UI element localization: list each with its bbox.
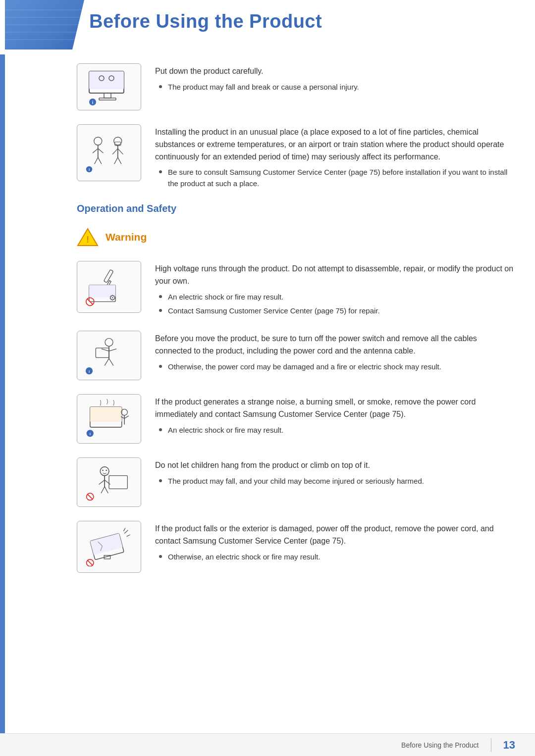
bullet-text-move-0: Otherwise, the power cord may be damaged… (168, 361, 441, 373)
page-container: Before Using the Product i (0, 0, 535, 756)
svg-line-24 (114, 157, 118, 163)
bullet-text-voltage-1: Contact Samsung Customer Service Center … (168, 305, 380, 317)
warning-strange-noise: i If the product generates a strange noi… (77, 394, 515, 444)
svg-line-18 (98, 157, 102, 163)
svg-line-25 (118, 157, 121, 163)
left-accent-bar (0, 0, 5, 756)
svg-line-23 (118, 149, 123, 154)
footer-section-label: Before Using the Product (401, 741, 479, 749)
text-block-put-down: Put down the product carefully. The prod… (155, 63, 515, 93)
icon-unusual-place: i (77, 124, 141, 181)
text-block-strange-noise: If the product generates a strange noise… (155, 394, 515, 436)
icon-product-falls (77, 521, 141, 573)
icon-high-voltage: ⚙ (77, 261, 141, 313)
warning-children-hang: Do not let children hang from the produc… (77, 457, 515, 507)
bullet-move-0: Otherwise, the power cord may be damaged… (155, 361, 515, 373)
bullet-dot (159, 85, 162, 88)
bullet-voltage-0: An electric shock or fire may result. (155, 292, 515, 303)
svg-text:⚙: ⚙ (109, 294, 116, 302)
svg-text:i: i (90, 432, 91, 436)
bullet-dot (159, 428, 162, 431)
bullet-dot (159, 295, 162, 298)
svg-line-61 (105, 487, 108, 493)
svg-rect-47 (90, 407, 122, 422)
main-text-strange-noise: If the product generates a strange noise… (155, 396, 515, 421)
main-text-put-down: Put down the product carefully. (155, 65, 515, 78)
svg-line-73 (123, 528, 125, 531)
svg-line-40 (109, 349, 116, 351)
text-block-children-hang: Do not let children hang from the produc… (155, 457, 515, 487)
footer-page-number: 13 (503, 739, 515, 752)
header-area: Before Using the Product (0, 0, 535, 54)
main-text-high-voltage: High voltage runs through the product. D… (155, 263, 515, 288)
svg-line-22 (112, 149, 118, 154)
bullet-text-noise-0: An electric shock or fire may result. (168, 425, 283, 436)
svg-line-64 (87, 494, 93, 500)
text-block-product-falls: If the product falls or the exterior is … (155, 521, 515, 562)
svg-rect-6 (89, 71, 124, 89)
svg-point-37 (105, 338, 113, 346)
bullet-put-down-0: The product may fall and break or cause … (155, 82, 515, 93)
warning-move-product: i Before you move the product, be sure t… (77, 331, 515, 380)
svg-rect-10 (99, 98, 116, 100)
svg-line-74 (127, 535, 130, 537)
svg-text:i: i (89, 369, 90, 374)
bullet-unusual-0: Be sure to consult Samsung Customer Serv… (155, 167, 515, 189)
svg-line-60 (101, 487, 105, 493)
page-title: Before Using the Product (89, 11, 322, 32)
svg-rect-62 (109, 476, 127, 489)
content-area: i Put down the product carefully. The pr… (77, 54, 515, 731)
svg-line-50 (124, 416, 129, 418)
bullet-dot (159, 365, 162, 368)
svg-line-71 (87, 560, 93, 566)
bullet-falls-0: Otherwise, an electric shock or fire may… (155, 552, 515, 563)
svg-text:i: i (92, 100, 94, 105)
section-heading-operation-safety: Operation and Safety (77, 203, 515, 214)
svg-line-72 (124, 531, 128, 534)
svg-point-19 (114, 137, 122, 145)
bullet-text-children-0: The product may fall, and your child may… (168, 476, 424, 487)
bullet-dot (159, 555, 162, 558)
icon-children-hang (77, 457, 141, 507)
text-block-unusual: Installing the product in an unusual pla… (155, 124, 515, 189)
warning-triangle-icon: ! (77, 227, 99, 247)
bullet-dot (159, 309, 162, 312)
svg-line-59 (105, 480, 110, 485)
icon-monitor-careful: i (77, 63, 141, 110)
bullet-text-voltage-0: An electric shock or fire may result. (168, 292, 283, 303)
instruction-unusual-place: i Installing the product in an unusual p… (77, 124, 515, 189)
warning-high-voltage: ⚙ High voltage runs through the product.… (77, 261, 515, 317)
bullet-text-put-down-0: The product may fall and break or cause … (168, 82, 359, 93)
bullet-text-falls-0: Otherwise, an electric shock or fire may… (168, 552, 321, 563)
main-text-product-falls: If the product falls or the exterior is … (155, 523, 515, 548)
main-text-move-product: Before you move the product, be sure to … (155, 333, 515, 357)
instruction-put-down: i Put down the product carefully. The pr… (77, 63, 515, 110)
svg-line-41 (105, 358, 109, 365)
svg-text:!: ! (86, 235, 89, 245)
footer-separator (491, 738, 491, 752)
svg-line-15 (93, 149, 98, 153)
svg-line-17 (95, 157, 98, 163)
svg-line-42 (109, 358, 113, 365)
main-text-unusual: Installing the product in an unusual pla… (155, 126, 515, 163)
svg-line-16 (98, 149, 104, 153)
text-block-move-product: Before you move the product, be sure to … (155, 331, 515, 372)
warning-block: ! Warning (77, 227, 515, 247)
svg-point-54 (100, 467, 109, 476)
svg-point-55 (102, 470, 104, 471)
text-block-high-voltage: High voltage runs through the product. D… (155, 261, 515, 317)
bullet-text-unusual-0: Be sure to consult Samsung Customer Serv… (168, 167, 515, 189)
bullet-dot (159, 479, 162, 482)
svg-rect-30 (104, 269, 113, 283)
svg-line-39 (102, 349, 109, 351)
bullet-noise-0: An electric shock or fire may result. (155, 425, 515, 436)
page-footer: Before Using the Product 13 (0, 733, 535, 756)
bullet-dot (159, 170, 162, 173)
svg-line-58 (99, 480, 105, 485)
svg-point-56 (106, 470, 107, 471)
svg-rect-9 (104, 93, 111, 98)
warning-label: Warning (106, 231, 147, 243)
svg-text:i: i (89, 167, 90, 172)
icon-move-product: i (77, 331, 141, 380)
bullet-voltage-1: Contact Samsung Customer Service Center … (155, 305, 515, 317)
